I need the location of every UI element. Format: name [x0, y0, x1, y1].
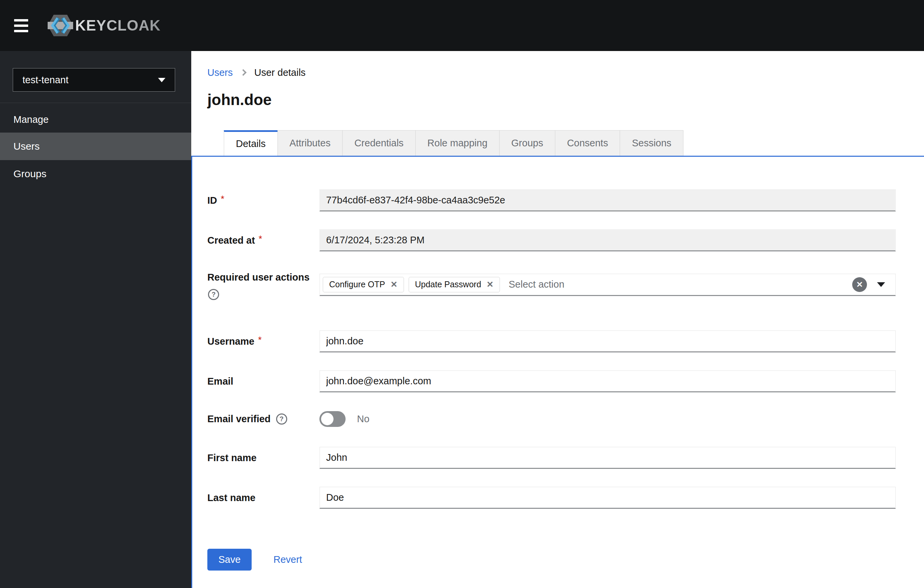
form-row-created-at: Created at * [207, 229, 896, 251]
realm-selector-value: test-tenant [23, 74, 68, 86]
form-row-first-name: First name [207, 447, 896, 469]
form-row-email: Email [207, 370, 896, 392]
brand-name: KEYCLOAK [75, 17, 161, 34]
tab-credentials[interactable]: Credentials [342, 130, 416, 156]
sidebar-item-groups[interactable]: Groups [0, 160, 191, 188]
form-row-required-user-actions: Required user actions ? Configure OTP ✕ … [207, 269, 896, 300]
tab-groups[interactable]: Groups [499, 130, 555, 156]
required-asterisk: * [259, 234, 262, 244]
breadcrumb-users-link[interactable]: Users [207, 67, 233, 78]
tab-sessions[interactable]: Sessions [620, 130, 683, 156]
required-user-actions-label: Required user actions [207, 272, 310, 283]
hamburger-menu-icon[interactable] [14, 18, 28, 33]
chevron-down-icon [158, 78, 165, 82]
chip-configure-otp: Configure OTP ✕ [323, 277, 404, 292]
email-verified-toggle[interactable] [319, 411, 346, 427]
remove-chip-icon[interactable]: ✕ [391, 280, 398, 289]
main-content: Users User details john.doe Details Attr… [191, 51, 924, 588]
first-name-field[interactable] [319, 447, 896, 469]
last-name-label: Last name [207, 492, 255, 504]
id-label: ID [207, 195, 217, 206]
tab-bar: Details Attributes Credentials Role mapp… [191, 130, 924, 156]
form-row-id: ID * [207, 189, 896, 211]
nav-section-manage: Manage [13, 113, 191, 126]
email-field[interactable] [319, 370, 896, 392]
remove-chip-icon[interactable]: ✕ [487, 280, 493, 289]
tab-details[interactable]: Details [224, 130, 278, 156]
sidebar: test-tenant Manage Users Groups [0, 51, 191, 588]
select-placeholder: Select action [509, 279, 564, 290]
form-row-email-verified: Email verified ? No [207, 410, 896, 428]
breadcrumb: Users User details [207, 66, 924, 79]
keycloak-hexagon-icon [47, 14, 74, 37]
username-label: Username [207, 336, 254, 347]
last-name-field[interactable] [319, 487, 896, 509]
form-row-username: Username * [207, 330, 896, 352]
first-name-label: First name [207, 453, 257, 464]
clear-all-icon[interactable]: ✕ [852, 277, 867, 292]
email-label: Email [207, 376, 233, 387]
created-at-label: Created at [207, 235, 255, 246]
toggle-knob [321, 413, 333, 425]
breadcrumb-current: User details [254, 67, 306, 78]
email-verified-state: No [357, 413, 370, 424]
revert-button[interactable]: Revert [274, 554, 302, 565]
masthead: KEYCLOAK [0, 0, 924, 51]
form-actions: Save Revert [207, 549, 896, 571]
email-verified-label: Email verified [207, 413, 271, 424]
details-panel: ID * Created at * [191, 156, 924, 588]
help-icon[interactable]: ? [208, 289, 219, 300]
realm-selector[interactable]: test-tenant [13, 68, 175, 92]
help-icon[interactable]: ? [276, 413, 287, 424]
tab-attributes[interactable]: Attributes [277, 130, 343, 156]
breadcrumb-chevron-icon [240, 69, 247, 76]
required-asterisk: * [221, 194, 224, 205]
sidebar-item-users[interactable]: Users [0, 132, 191, 160]
chevron-down-icon[interactable] [877, 282, 885, 287]
username-field[interactable] [319, 330, 896, 352]
form-row-last-name: Last name [207, 487, 896, 509]
chip-update-password: Update Password ✕ [409, 277, 500, 292]
created-at-field [319, 229, 896, 251]
tab-role-mapping[interactable]: Role mapping [415, 130, 500, 156]
page-title: john.doe [207, 91, 924, 109]
required-user-actions-select[interactable]: Configure OTP ✕ Update Password ✕ Select… [319, 274, 896, 296]
keycloak-logo: KEYCLOAK [47, 14, 161, 37]
required-asterisk: * [258, 335, 262, 345]
tab-consents[interactable]: Consents [555, 130, 620, 156]
id-field [319, 189, 896, 211]
sidebar-nav: Users Groups [0, 132, 191, 188]
save-button[interactable]: Save [207, 549, 252, 571]
